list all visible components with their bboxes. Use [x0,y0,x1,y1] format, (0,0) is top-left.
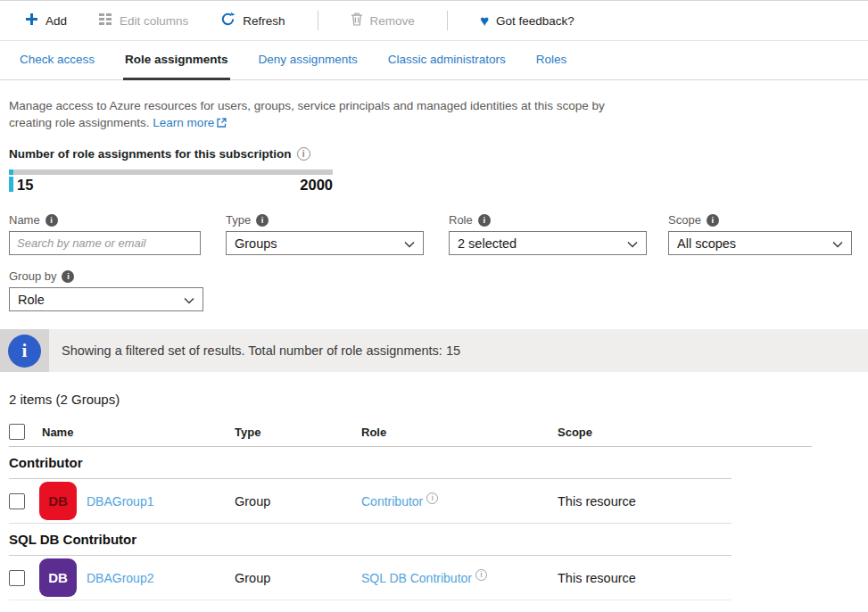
table-row[interactable]: DB DBAGroup1 Group Contributor i This re… [9,479,732,524]
learn-more-label: Learn more [153,116,214,129]
filter-name-label: Namei [9,213,201,227]
filter-role-label: Rolei [449,213,647,227]
role-link[interactable]: SQL DB Contributor [361,571,472,585]
quota-label-text: Number of role assignments for this subs… [9,147,292,161]
command-bar: Add Edit columns Refresh Remove ♥ Got fe… [0,1,868,41]
learn-more-link[interactable]: Learn more [153,116,227,129]
role-label-text: Role [449,213,473,227]
tab-role-assignments[interactable]: Role assignments [123,41,230,80]
chevron-down-icon [404,236,415,251]
tab-roles[interactable]: Roles [534,41,569,80]
filter-name: Namei [9,213,201,255]
filter-type-label: Typei [226,213,424,227]
quota-heading: Number of role assignments for this subs… [9,147,859,161]
type-cell: Group [235,571,361,585]
info-icon[interactable]: i [62,270,74,283]
quota-current-value: 15 [17,177,33,193]
info-icon[interactable]: i [45,214,58,227]
tab-classic-administrators[interactable]: Classic administrators [386,41,508,80]
name-cell: DB DBAGroup1 [39,482,235,520]
refresh-button[interactable]: Refresh [220,12,285,29]
plus-icon [25,12,38,29]
role-link[interactable]: Contributor [361,494,423,509]
info-icon[interactable]: i [297,147,310,161]
table-row[interactable]: DB DBAGroup2 Group SQL DB Contributor i … [9,556,732,600]
scope-cell: This resource [558,571,732,585]
add-label: Add [45,14,67,28]
chevron-down-icon [832,236,843,251]
info-icon[interactable]: i [256,214,269,227]
trash-icon [351,12,363,29]
quota-values: 15 2000 [9,177,333,194]
info-icon: i [8,335,41,368]
name-cell: DB DBAGroup2 [39,558,235,597]
page-description: Manage access to Azure resources for use… [9,97,608,132]
type-cell: Group [235,494,361,509]
info-icon[interactable]: i [478,214,491,227]
column-header-name[interactable]: Name [42,426,235,439]
feedback-label: Got feedback? [496,14,575,28]
remove-label: Remove [370,14,415,28]
info-icon[interactable]: i [475,569,487,581]
scope-dropdown[interactable]: All scopes [668,231,852,255]
filter-group-by: Group byi Role [9,269,859,311]
group-by-label-text: Group by [9,269,56,283]
info-banner-text: Showing a filtered set of results. Total… [62,329,460,372]
edit-columns-label: Edit columns [120,14,188,28]
table-header: Name Type Role Scope [9,418,812,447]
quota-max: 2000 [300,177,333,194]
toolbar-divider [318,11,318,30]
quota-progress-fill [9,170,13,175]
principal-link[interactable]: DBAGroup1 [87,494,153,509]
group-by-label: Group byi [9,269,859,283]
select-all-checkbox[interactable] [9,424,25,440]
description-text: Manage access to Azure resources for use… [9,99,605,129]
refresh-label: Refresh [243,14,285,28]
type-dropdown-value: Groups [235,236,277,251]
info-icon[interactable]: i [707,214,719,227]
heart-icon: ♥ [480,13,489,29]
quota-current: 15 [9,177,33,194]
edit-columns-icon [99,13,112,28]
role-dropdown-value: 2 selected [458,236,517,251]
chevron-down-icon [184,293,194,307]
tab-check-access[interactable]: Check access [18,41,96,80]
role-dropdown[interactable]: 2 selected [449,231,647,255]
name-label-text: Name [9,213,40,227]
scope-label-text: Scope [668,213,701,227]
items-summary: 2 items (2 Groups) [9,392,859,407]
type-label-text: Type [226,213,251,227]
filter-scope-label: Scopei [668,213,852,227]
name-search-input[interactable] [9,231,201,255]
row-checkbox[interactable] [9,570,25,586]
row-checkbox[interactable] [9,493,25,509]
tab-deny-assignments[interactable]: Deny assignments [257,41,360,80]
column-header-scope[interactable]: Scope [558,426,812,439]
column-header-type[interactable]: Type [235,426,361,439]
column-header-role[interactable]: Role [361,426,558,439]
toolbar-divider [447,11,448,30]
chevron-down-icon [627,236,638,251]
remove-button[interactable]: Remove [351,12,415,29]
principal-link[interactable]: DBAGroup2 [87,571,153,585]
refresh-icon [220,12,236,29]
external-link-icon [217,115,227,132]
info-icon[interactable]: i [426,492,438,504]
scope-cell: This resource [558,494,732,509]
filter-role: Rolei 2 selected [449,213,647,255]
progress-tick [9,177,13,192]
filter-type: Typei Groups [226,213,424,255]
role-cell: SQL DB Contributor i [361,571,558,585]
edit-columns-button[interactable]: Edit columns [99,13,188,28]
group-avatar: DB [39,482,77,520]
type-dropdown[interactable]: Groups [226,231,424,255]
group-header-contributor: Contributor [9,447,732,479]
group-header-sql-db-contributor: SQL DB Contributor [9,524,732,556]
group-by-dropdown[interactable]: Role [9,287,203,311]
group-avatar: DB [39,558,77,597]
filter-scope: Scopei All scopes [668,213,852,255]
add-button[interactable]: Add [25,12,67,29]
info-banner-icon-box: i [0,329,49,372]
group-by-dropdown-value: Role [18,293,45,307]
feedback-button[interactable]: ♥ Got feedback? [480,13,575,29]
